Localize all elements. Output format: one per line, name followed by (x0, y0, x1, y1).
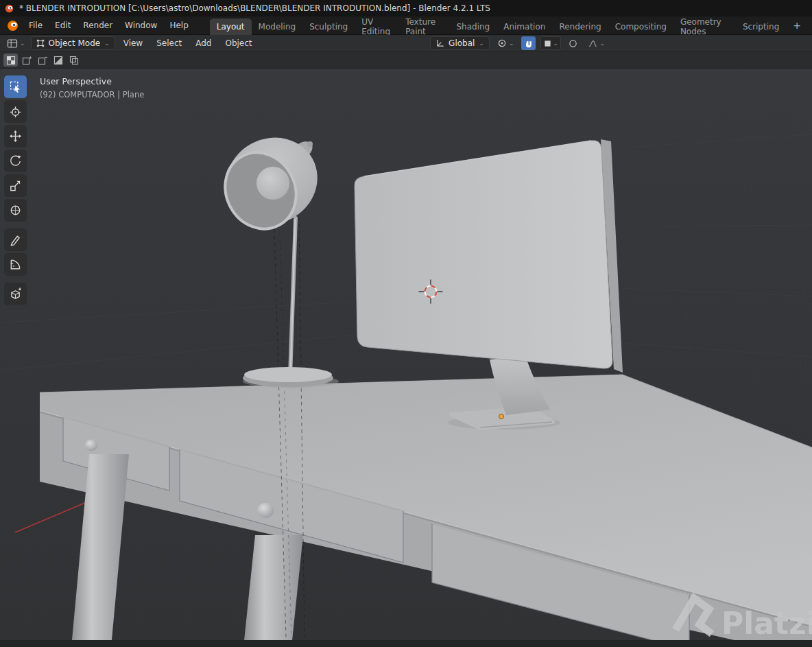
rotate-tool-icon (9, 154, 22, 167)
tab-texture-paint[interactable]: Texture Paint (398, 19, 449, 35)
tool-move-button[interactable] (4, 125, 27, 148)
chevron-down-icon: ⌄ (104, 40, 110, 47)
proportional-falloff-dropdown[interactable]: ⌄ (585, 38, 608, 49)
tab-animation[interactable]: Animation (497, 19, 552, 35)
transform-tool-icon (9, 204, 22, 217)
snap-settings-dropdown[interactable]: ⌄ (540, 36, 561, 50)
menu-help[interactable]: Help (163, 18, 194, 33)
menu-window[interactable]: Window (119, 18, 163, 33)
chevron-down-icon: ⌄ (479, 40, 484, 47)
tool-scale-button[interactable] (4, 174, 27, 197)
select-mode-invert-button[interactable] (51, 54, 65, 67)
transform-orientation-dropdown[interactable]: Global ⌄ (430, 36, 490, 50)
menu-edit[interactable]: Edit (49, 18, 77, 33)
tool-annotate-button[interactable] (4, 228, 27, 251)
select-mode-intersect-icon (69, 56, 79, 65)
chevron-down-icon: ⌄ (509, 40, 514, 47)
select-mode-subtract-button[interactable] (35, 54, 49, 67)
mode-label: Object Mode (49, 38, 101, 48)
transform-snap-cluster: Global ⌄ ⌄ ⌄ (430, 36, 608, 50)
scale-tool-icon (9, 179, 22, 192)
measure-tool-icon (9, 258, 22, 271)
viewport: Platzi User Perspective (92) COMPUTADOR … (0, 69, 812, 647)
cursor-tool-icon (9, 105, 22, 118)
add-cube-icon (9, 287, 22, 301)
annotate-pen-icon (9, 233, 22, 246)
watermark-text: Platzi (721, 606, 812, 641)
select-box-icon (9, 80, 22, 93)
tool-transform-button[interactable] (4, 199, 27, 222)
proportional-editing-toggle[interactable] (566, 36, 580, 50)
tab-sculpting[interactable]: Sculpting (302, 19, 355, 35)
tool-select-box-button[interactable] (4, 75, 27, 98)
orientation-label: Global (449, 38, 475, 48)
window-title: * BLENDER INTRODUTION [C:\Users\astro\Do… (19, 3, 490, 13)
menu-file[interactable]: File (23, 18, 49, 33)
tool-settings-bar (0, 52, 812, 69)
editor-type-button[interactable]: ⌄ (4, 37, 28, 50)
tab-compositing[interactable]: Compositing (608, 19, 673, 35)
falloff-curve-icon (588, 39, 597, 48)
tool-measure-button[interactable] (4, 253, 27, 276)
tab-geometry-nodes[interactable]: Geometry Nodes (673, 19, 736, 35)
workspace-tabs: Layout Modeling Sculpting UV Editing Tex… (210, 16, 808, 34)
menu-select[interactable]: Select (151, 36, 187, 50)
toolbar (4, 75, 27, 305)
magnet-icon (524, 39, 533, 48)
3d-viewport-canvas[interactable]: Platzi (0, 69, 812, 647)
chevron-down-icon: ⌄ (599, 40, 605, 47)
mode-dropdown[interactable]: Object Mode ⌄ (31, 36, 115, 50)
blender-app-icon (5, 4, 14, 13)
editor-type-icon (7, 38, 18, 49)
select-mode-set-button[interactable] (3, 54, 18, 67)
tool-rotate-button[interactable] (4, 150, 27, 172)
tool-cursor-button[interactable] (4, 100, 27, 123)
tool-add-cube-button[interactable] (4, 283, 27, 305)
snap-element-icon (544, 40, 551, 47)
pivot-point-icon (497, 38, 507, 48)
tab-shading[interactable]: Shading (449, 19, 497, 35)
blender-logo-icon[interactable] (7, 20, 19, 32)
chevron-down-icon: ⌄ (20, 40, 25, 47)
add-workspace-button[interactable]: + (786, 19, 808, 32)
object-mode-icon (36, 39, 45, 47)
blender-window: * BLENDER INTRODUTION [C:\Users\astro\Do… (0, 0, 812, 647)
proportional-circle-icon (569, 39, 577, 48)
snap-toggle-button[interactable] (521, 36, 536, 50)
bottom-band (0, 640, 812, 647)
menu-object[interactable]: Object (219, 36, 257, 50)
orientation-axes-icon (435, 39, 444, 48)
pivot-point-dropdown[interactable]: ⌄ (494, 37, 517, 49)
select-mode-extend-icon (22, 56, 32, 65)
select-mode-set-icon (6, 56, 16, 65)
viewport-header: ⌄ Object Mode ⌄ View Select Add Object G… (0, 35, 812, 52)
drawer-knob (257, 503, 274, 518)
tab-rendering[interactable]: Rendering (552, 19, 608, 35)
titlebar: * BLENDER INTRODUTION [C:\Users\astro\Do… (0, 0, 812, 16)
menu-view[interactable]: View (118, 36, 148, 50)
object-origin-dot (499, 414, 504, 419)
chevron-down-icon: ⌄ (553, 40, 558, 47)
menubar: File Edit Render Window Help Layout Mode… (0, 16, 812, 35)
move-tool-icon (9, 130, 22, 143)
tab-modeling[interactable]: Modeling (252, 19, 303, 35)
select-mode-invert-icon (53, 56, 63, 65)
menu-render[interactable]: Render (77, 18, 119, 33)
menu-add[interactable]: Add (190, 36, 217, 50)
drawer-knob (85, 440, 97, 451)
tab-layout[interactable]: Layout (210, 19, 252, 35)
tab-uv-editing[interactable]: UV Editing (355, 19, 398, 35)
select-mode-subtract-icon (38, 56, 47, 65)
tab-scripting[interactable]: Scripting (736, 19, 786, 35)
select-mode-intersect-button[interactable] (67, 54, 81, 67)
select-mode-extend-button[interactable] (19, 54, 34, 67)
